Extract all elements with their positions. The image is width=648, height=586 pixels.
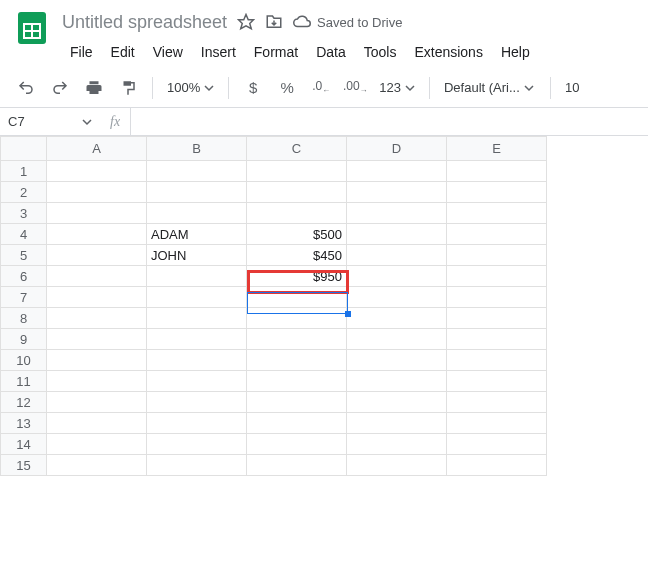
cell-A4[interactable] [47, 224, 147, 245]
cell-B10[interactable] [147, 350, 247, 371]
cell-E12[interactable] [447, 392, 547, 413]
cell-A5[interactable] [47, 245, 147, 266]
cell-A14[interactable] [47, 434, 147, 455]
col-header-B[interactable]: B [147, 137, 247, 161]
cell-C6[interactable]: $950 [247, 266, 347, 287]
cell-A10[interactable] [47, 350, 147, 371]
currency-button[interactable]: $ [239, 74, 267, 102]
cell-B12[interactable] [147, 392, 247, 413]
menu-tools[interactable]: Tools [356, 40, 405, 64]
number-format-dropdown[interactable]: 123 [375, 80, 419, 95]
cell-E13[interactable] [447, 413, 547, 434]
cell-E1[interactable] [447, 161, 547, 182]
cell-D13[interactable] [347, 413, 447, 434]
cell-D14[interactable] [347, 434, 447, 455]
cell-D11[interactable] [347, 371, 447, 392]
row-header[interactable]: 6 [1, 266, 47, 287]
font-dropdown[interactable]: Default (Ari... [440, 80, 540, 95]
cell-E9[interactable] [447, 329, 547, 350]
cell-B9[interactable] [147, 329, 247, 350]
row-header[interactable]: 8 [1, 308, 47, 329]
row-header[interactable]: 7 [1, 287, 47, 308]
cell-E10[interactable] [447, 350, 547, 371]
cell-D1[interactable] [347, 161, 447, 182]
row-header[interactable]: 5 [1, 245, 47, 266]
doc-title[interactable]: Untitled spreadsheet [62, 12, 227, 33]
cell-D15[interactable] [347, 455, 447, 476]
cell-A8[interactable] [47, 308, 147, 329]
cell-A9[interactable] [47, 329, 147, 350]
row-header[interactable]: 4 [1, 224, 47, 245]
cell-D5[interactable] [347, 245, 447, 266]
cell-C3[interactable] [247, 203, 347, 224]
menu-insert[interactable]: Insert [193, 40, 244, 64]
cell-A15[interactable] [47, 455, 147, 476]
row-header[interactable]: 2 [1, 182, 47, 203]
cell-E3[interactable] [447, 203, 547, 224]
cell-C4[interactable]: $500 [247, 224, 347, 245]
col-header-C[interactable]: C [247, 137, 347, 161]
cell-B11[interactable] [147, 371, 247, 392]
row-header[interactable]: 1 [1, 161, 47, 182]
row-header[interactable]: 9 [1, 329, 47, 350]
print-button[interactable] [80, 74, 108, 102]
cell-C10[interactable] [247, 350, 347, 371]
cell-D6[interactable] [347, 266, 447, 287]
sheets-logo[interactable] [12, 8, 52, 48]
row-header[interactable]: 12 [1, 392, 47, 413]
percent-button[interactable]: % [273, 74, 301, 102]
formula-input[interactable] [130, 108, 648, 135]
col-header-A[interactable]: A [47, 137, 147, 161]
cell-E5[interactable] [447, 245, 547, 266]
cell-E14[interactable] [447, 434, 547, 455]
cell-B13[interactable] [147, 413, 247, 434]
cell-A2[interactable] [47, 182, 147, 203]
cell-D9[interactable] [347, 329, 447, 350]
row-header[interactable]: 14 [1, 434, 47, 455]
increase-decimal-button[interactable]: .00→ [341, 74, 369, 102]
menu-edit[interactable]: Edit [103, 40, 143, 64]
cell-A7[interactable] [47, 287, 147, 308]
cell-B5[interactable]: JOHN [147, 245, 247, 266]
cell-E6[interactable] [447, 266, 547, 287]
cell-A6[interactable] [47, 266, 147, 287]
menu-format[interactable]: Format [246, 40, 306, 64]
cell-B3[interactable] [147, 203, 247, 224]
cell-D7[interactable] [347, 287, 447, 308]
cell-D8[interactable] [347, 308, 447, 329]
cell-D3[interactable] [347, 203, 447, 224]
cell-B7[interactable] [147, 287, 247, 308]
menu-file[interactable]: File [62, 40, 101, 64]
menu-help[interactable]: Help [493, 40, 538, 64]
cell-A3[interactable] [47, 203, 147, 224]
col-header-E[interactable]: E [447, 137, 547, 161]
cell-B14[interactable] [147, 434, 247, 455]
menu-view[interactable]: View [145, 40, 191, 64]
cell-E15[interactable] [447, 455, 547, 476]
row-header[interactable]: 10 [1, 350, 47, 371]
cell-E4[interactable] [447, 224, 547, 245]
font-size[interactable]: 10 [561, 80, 583, 95]
cell-C13[interactable] [247, 413, 347, 434]
cell-E7[interactable] [447, 287, 547, 308]
cell-C1[interactable] [247, 161, 347, 182]
cell-A11[interactable] [47, 371, 147, 392]
undo-button[interactable] [12, 74, 40, 102]
cell-C15[interactable] [247, 455, 347, 476]
cell-A13[interactable] [47, 413, 147, 434]
cell-C12[interactable] [247, 392, 347, 413]
cell-D12[interactable] [347, 392, 447, 413]
cell-E11[interactable] [447, 371, 547, 392]
move-icon[interactable] [265, 13, 283, 31]
cell-A1[interactable] [47, 161, 147, 182]
cell-A12[interactable] [47, 392, 147, 413]
cell-D10[interactable] [347, 350, 447, 371]
save-status[interactable]: Saved to Drive [293, 13, 402, 31]
menu-data[interactable]: Data [308, 40, 354, 64]
redo-button[interactable] [46, 74, 74, 102]
name-box[interactable]: C7 [0, 114, 100, 129]
menu-extensions[interactable]: Extensions [406, 40, 490, 64]
cell-B8[interactable] [147, 308, 247, 329]
cell-B1[interactable] [147, 161, 247, 182]
cell-C5[interactable]: $450 [247, 245, 347, 266]
